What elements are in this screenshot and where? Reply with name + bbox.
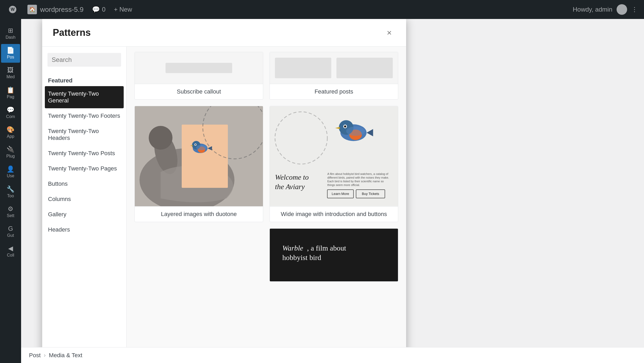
pattern-label-layered-images: Layered images with duotone — [135, 206, 263, 222]
svg-text:, a film about: , a film about — [307, 244, 346, 252]
posts-icon: 📄 — [7, 47, 15, 53]
modal-title: Patterns — [53, 27, 91, 38]
sidebar-item-tools[interactable]: 🔧 Too — [1, 183, 20, 202]
sidebar-item-media[interactable]: 🖼 Med — [1, 64, 20, 82]
nav-item-twenty-twenty-two-pages[interactable]: Twenty Twenty-Two Pages — [45, 161, 124, 176]
svg-rect-5 — [275, 58, 331, 78]
sidebar-label-dashboard: Dash — [6, 35, 15, 40]
plugins-icon: 🔌 — [7, 146, 15, 153]
nav-item-columns[interactable]: Columns — [45, 192, 124, 207]
modal-body: 🔍 Featured Twenty Twenty-Two General Twe… — [42, 47, 406, 363]
svg-text:Learn More: Learn More — [332, 192, 349, 196]
sidebar-item-comments[interactable]: 💬 Com — [1, 104, 20, 122]
svg-text:Welcome to: Welcome to — [275, 173, 309, 181]
gutenberg-icon: G — [8, 225, 13, 232]
svg-text:Buy Tickets: Buy Tickets — [362, 192, 379, 196]
sidebar-label-collapse: Coll — [7, 253, 14, 258]
sidebar-label-plugins: Plug — [6, 154, 15, 159]
appearance-icon: 🎨 — [7, 126, 15, 133]
site-name[interactable]: 🏠 wordpress-5.9 — [27, 5, 84, 14]
nav-item-gallery[interactable]: Gallery — [45, 207, 124, 222]
search-input[interactable] — [52, 56, 127, 63]
pattern-label-featured-posts: Featured posts — [270, 84, 398, 99]
sidebar-item-users[interactable]: 👤 Use — [1, 163, 20, 182]
breadcrumb-bar: Post › Media & Text — [21, 347, 644, 363]
svg-point-17 — [196, 145, 207, 150]
sidebar-item-settings[interactable]: ⚙ Sett — [1, 203, 20, 221]
pattern-card-subscribe-callout[interactable]: Subscribe callout — [134, 52, 263, 100]
comments-icon: 💬 — [7, 107, 15, 113]
patterns-grid: Subscribe callout Featured post — [127, 47, 406, 363]
main-content: Patterns × 🔍 Featured Twenty Twenty-Two … — [21, 19, 644, 363]
collapse-icon: ◀ — [8, 245, 13, 252]
nav-item-twenty-twenty-two-headers[interactable]: Twenty Twenty-Two Headers — [45, 124, 124, 146]
sidebar-item-plugins[interactable]: 🔌 Plug — [1, 143, 20, 162]
svg-text:Warble: Warble — [282, 244, 303, 252]
nav-item-headers[interactable]: Headers — [45, 222, 124, 237]
pattern-card-featured-posts[interactable]: Featured posts — [270, 52, 398, 100]
svg-text:hobbyist bird: hobbyist bird — [282, 253, 321, 262]
sidebar-item-gutenberg[interactable]: G Gut — [1, 222, 20, 241]
pattern-preview-wide: Welcome to the Aviary A film about hobby… — [270, 106, 398, 206]
patterns-nav: Featured Twenty Twenty-Two General Twent… — [42, 73, 126, 363]
settings-icon: ⚙ — [8, 206, 13, 212]
pattern-preview-layered — [135, 106, 263, 206]
pattern-preview-subscribe — [135, 52, 263, 84]
svg-point-16 — [195, 144, 196, 145]
pattern-card-layered-images[interactable]: Layered images with duotone — [134, 106, 263, 222]
svg-text:A film about hobbyist bird wat: A film about hobbyist bird watchers, a c… — [327, 172, 388, 175]
nav-item-twenty-twenty-two-posts[interactable]: Twenty Twenty-Two Posts — [45, 146, 124, 161]
nav-item-buttons[interactable]: Buttons — [45, 176, 124, 192]
site-icon: 🏠 — [27, 5, 37, 14]
pages-icon: 📋 — [7, 87, 15, 93]
sidebar-label-media: Med — [6, 74, 15, 79]
sidebar-label-comments: Com — [6, 114, 15, 119]
svg-text:things seem more official.: things seem more official. — [327, 183, 360, 187]
tools-icon: 🔧 — [7, 186, 15, 192]
sidebar-label-users: Use — [7, 173, 14, 178]
sidebar-label-appearance: App — [7, 134, 14, 139]
sidebar-item-pages[interactable]: 📋 Pag — [1, 84, 20, 102]
admin-avatar[interactable] — [617, 4, 627, 15]
breadcrumb-separator: › — [44, 352, 46, 359]
more-options-icon[interactable]: ⋮ — [631, 6, 638, 13]
breadcrumb-current: Media & Text — [49, 352, 82, 359]
svg-point-10 — [149, 126, 172, 150]
sidebar-item-dashboard[interactable]: ⊞ Dash — [1, 24, 20, 43]
sidebar-item-appearance[interactable]: 🎨 App — [1, 123, 20, 142]
wp-sidebar: ⊞ Dash 📄 Pos 🖼 Med 📋 Pag 💬 Com 🎨 App 🔌 P… — [0, 19, 21, 363]
nav-item-twenty-twenty-two-general[interactable]: Twenty Twenty-Two General — [45, 86, 124, 108]
pattern-label-subscribe-callout: Subscribe callout — [135, 84, 263, 99]
search-input-wrapper: 🔍 — [47, 53, 121, 67]
svg-point-26 — [346, 126, 365, 136]
admin-bar: W 🏠 wordpress-5.9 💬 0 + New Howdy, admin… — [0, 0, 644, 19]
sidebar-item-posts[interactable]: 📄 Pos — [1, 44, 20, 63]
svg-rect-6 — [337, 58, 393, 78]
svg-rect-3 — [166, 63, 232, 73]
patterns-row-1: Layered images with duotone — [134, 106, 398, 222]
sidebar-label-gutenberg: Gut — [7, 233, 14, 238]
modal-header: Patterns × — [42, 19, 406, 47]
pattern-label-wide-image: Wide image with introduction and buttons — [270, 206, 398, 222]
sidebar-item-collapse[interactable]: ◀ Coll — [1, 242, 20, 261]
pattern-preview-featured-posts — [270, 52, 398, 84]
breadcrumb-post[interactable]: Post — [29, 352, 41, 359]
patterns-modal: Patterns × 🔍 Featured Twenty Twenty-Two … — [42, 19, 406, 363]
pattern-card-wide-image[interactable]: Welcome to the Aviary A film about hobby… — [270, 106, 398, 222]
pattern-card-warble[interactable]: Warble , a film about hobbyist bird — [270, 228, 398, 282]
media-icon: 🖼 — [7, 67, 14, 73]
users-icon: 👤 — [7, 166, 15, 172]
sidebar-label-settings: Sett — [7, 213, 14, 218]
svg-text:W: W — [11, 7, 15, 12]
wp-logo[interactable]: W — [6, 3, 19, 16]
admin-right: Howdy, admin ⋮ — [573, 4, 638, 15]
svg-text:the Aviary: the Aviary — [275, 183, 305, 191]
svg-text:Each bird is listed by their s: Each bird is listed by their scientific … — [327, 180, 384, 183]
modal-close-button[interactable]: × — [383, 26, 396, 39]
nav-item-twenty-twenty-two-footers[interactable]: Twenty Twenty-Two Footers — [45, 108, 124, 124]
svg-text:different birds, paired with t: different birds, paired with the noises … — [327, 176, 389, 179]
svg-point-25 — [344, 125, 346, 127]
new-button[interactable]: + New — [114, 6, 132, 13]
comments-count[interactable]: 💬 0 — [92, 6, 105, 13]
pattern-preview-warble: Warble , a film about hobbyist bird — [270, 229, 398, 281]
